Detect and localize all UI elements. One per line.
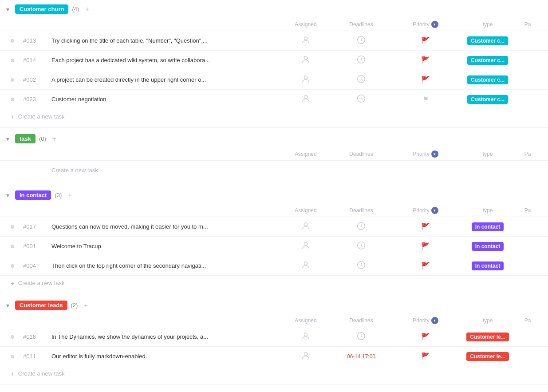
person-icon xyxy=(301,74,311,85)
table-row[interactable]: #018 In The Dynamics, we show the dynami… xyxy=(0,327,548,347)
priority-cell-0[interactable]: 🚩 xyxy=(390,331,461,343)
priority-cell-1[interactable]: 🚩 xyxy=(390,350,461,362)
section-tag-customer-leads[interactable]: Customer leads xyxy=(15,301,67,310)
svg-point-14 xyxy=(304,333,307,336)
type-cell-1[interactable]: Customer le... xyxy=(461,350,514,363)
row-checkbox-1[interactable] xyxy=(4,355,21,358)
section-in-contact: ▾ In contact (3) + Assigned Deadlines Pr… xyxy=(0,186,548,294)
empty-create-label[interactable]: Create a new task xyxy=(48,167,279,174)
row-checkbox-3[interactable] xyxy=(4,98,21,101)
assigned-cell-2[interactable] xyxy=(279,258,332,273)
type-cell-2[interactable]: In contact xyxy=(461,260,514,272)
priority-cell-0[interactable]: 🚩 xyxy=(390,35,461,47)
col-priority: Priority ▾ xyxy=(390,205,461,216)
task-title-1: Welcome to Tracup. xyxy=(48,243,279,249)
assigned-cell-1[interactable] xyxy=(279,349,332,364)
section-tag-in-contact[interactable]: In contact xyxy=(15,190,51,200)
row-checkbox-0[interactable] xyxy=(4,335,21,339)
row-checkbox-0[interactable] xyxy=(4,39,21,43)
deadline-cell-0[interactable] xyxy=(332,219,390,234)
sort-priority-icon-task[interactable]: ▾ xyxy=(431,150,438,158)
row-checkbox-2[interactable] xyxy=(4,78,21,82)
add-task-btn-customer-leads[interactable]: + xyxy=(81,301,90,310)
row-checkbox-1[interactable] xyxy=(4,59,21,62)
create-task-row-customer-leads[interactable]: + Create a new task xyxy=(0,366,548,381)
clock-icon xyxy=(356,94,366,105)
collapse-icon-task[interactable]: ▾ xyxy=(4,135,12,143)
type-cell-0[interactable]: Customer le... xyxy=(461,331,514,343)
table-row[interactable]: #004 Then click on the top right corner … xyxy=(0,256,548,276)
type-badge-1: Customer c... xyxy=(467,56,508,65)
assigned-cell-0[interactable] xyxy=(279,219,332,234)
sort-priority-icon-customer-churn[interactable]: ▾ xyxy=(431,21,438,28)
type-badge-0: Customer le... xyxy=(466,333,509,341)
priority-cell-1[interactable]: 🚩 xyxy=(390,240,461,252)
add-task-btn-task[interactable]: + xyxy=(50,135,59,143)
sort-priority-icon-customer-leads[interactable]: ▾ xyxy=(431,317,438,324)
type-cell-0[interactable]: Customer c... xyxy=(461,35,514,47)
col-priority: Priority ▾ xyxy=(390,149,461,159)
section-tag-customer-churn[interactable]: Customer churn xyxy=(15,4,68,14)
pa-cell-3 xyxy=(514,98,541,101)
deadline-value: 06-14 17:00 xyxy=(347,353,375,360)
deadline-cell-2[interactable] xyxy=(332,258,390,273)
sort-priority-icon-in-contact[interactable]: ▾ xyxy=(431,207,438,214)
add-task-btn-customer-churn[interactable]: + xyxy=(83,5,91,14)
deadline-cell-3[interactable] xyxy=(332,92,390,107)
priority-cell-3[interactable]: ⚑ xyxy=(390,93,461,105)
columns-header-customer-leads: Assigned Deadlines Priority ▾ type Pa xyxy=(0,314,548,327)
priority-cell-2[interactable]: 🚩 xyxy=(390,74,461,86)
create-task-row-in-contact[interactable]: + Create a new task xyxy=(0,276,548,290)
table-row[interactable]: #011 Our editor is fully markdown-enable… xyxy=(0,347,548,366)
type-cell-1[interactable]: Customer c... xyxy=(461,54,514,67)
table-row[interactable]: #023 Customer negotiation ⚑ Customer c..… xyxy=(0,90,548,109)
section-tag-task[interactable]: task xyxy=(15,134,35,143)
table-row[interactable]: #013 Try clicking on the title of each t… xyxy=(0,31,548,51)
table-row[interactable]: #014 Each project has a dedicated wiki s… xyxy=(0,51,548,70)
deadline-cell-0[interactable] xyxy=(332,33,390,48)
clock-icon xyxy=(356,55,366,66)
deadline-cell-1[interactable]: 06-14 17:00 xyxy=(332,352,390,361)
add-task-btn-in-contact[interactable]: + xyxy=(65,191,74,200)
collapse-icon-customer-churn[interactable]: ▾ xyxy=(4,5,12,13)
assigned-cell-1[interactable] xyxy=(279,239,332,253)
assigned-cell-0[interactable] xyxy=(279,329,332,344)
section-customer-churn: ▾ Customer churn (4) + Assigned Deadline… xyxy=(0,0,548,128)
priority-cell-2[interactable]: 🚩 xyxy=(390,260,461,272)
task-dot xyxy=(11,245,14,248)
type-cell-2[interactable]: Customer c... xyxy=(461,74,514,86)
collapse-icon-in-contact[interactable]: ▾ xyxy=(4,191,12,199)
empty-create-row[interactable]: Create a new task xyxy=(0,161,548,180)
type-cell-1[interactable]: In contact xyxy=(461,240,514,253)
table-row[interactable]: #002 A project can be created directly i… xyxy=(0,70,548,90)
deadline-cell-0[interactable] xyxy=(332,329,390,344)
table-row[interactable]: #017 Questions can now be moved, making … xyxy=(0,217,548,237)
task-title-3: Customer negotiation xyxy=(48,96,279,103)
col-assigned: Assigned xyxy=(279,315,332,326)
collapse-icon-customer-leads[interactable]: ▾ xyxy=(4,301,12,309)
task-dot xyxy=(11,39,14,43)
col-assigned: Assigned xyxy=(279,149,332,159)
section-count-task: (0) xyxy=(39,135,46,142)
create-task-row-customer-churn[interactable]: + Create a new task xyxy=(0,109,548,124)
assigned-cell-2[interactable] xyxy=(279,72,332,87)
assigned-cell-0[interactable] xyxy=(279,33,332,48)
clock-icon xyxy=(356,241,366,252)
row-checkbox-1[interactable] xyxy=(4,245,21,248)
deadline-cell-1[interactable] xyxy=(332,239,390,253)
priority-cell-0[interactable]: 🚩 xyxy=(390,221,461,233)
type-cell-3[interactable]: Customer c... xyxy=(461,93,514,106)
task-number-0: #013 xyxy=(21,37,48,44)
priority-cell-1[interactable]: 🚩 xyxy=(390,54,461,66)
assigned-cell-3[interactable] xyxy=(279,92,332,107)
row-checkbox-0[interactable] xyxy=(4,225,21,229)
deadline-cell-2[interactable] xyxy=(332,72,390,87)
clock-icon xyxy=(356,260,366,271)
table-row[interactable]: #001 Welcome to Tracup. 🚩 In contact xyxy=(0,237,548,256)
svg-point-4 xyxy=(304,76,307,79)
deadline-cell-1[interactable] xyxy=(332,53,390,67)
pa-cell-0 xyxy=(514,39,541,43)
row-checkbox-2[interactable] xyxy=(4,264,21,268)
type-cell-0[interactable]: In contact xyxy=(461,221,514,233)
assigned-cell-1[interactable] xyxy=(279,53,332,67)
